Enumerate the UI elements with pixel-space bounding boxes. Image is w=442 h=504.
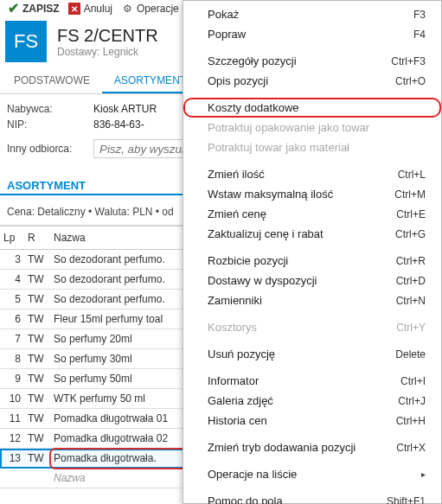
ctx-material: Potraktuj towar jako materiał <box>183 137 441 157</box>
cancel-button[interactable]: ✕ Anuluj <box>65 3 116 15</box>
save-button[interactable]: ✔ ZAPISZ <box>3 3 63 15</box>
save-label: ZAPISZ <box>22 3 60 15</box>
other-recv-label: Inny odbiorca: <box>7 143 93 155</box>
col-r[interactable]: R <box>24 226 50 250</box>
doc-subtitle: Dostawy: Legnick <box>57 46 158 58</box>
ctx-informator[interactable]: InformatorCtrl+I <box>183 371 441 391</box>
ctx-kosztorys: KosztorysCtrl+Y <box>183 317 441 337</box>
cancel-label: Anuluj <box>84 3 112 15</box>
ctx-aktual[interactable]: Zaktualizuj cenę i rabatCtrl+G <box>183 224 441 244</box>
ctx-historia[interactable]: Historia cenCtrl+H <box>183 411 441 431</box>
ctx-opis[interactable]: Opis pozycjiCtrl+O <box>183 71 441 91</box>
buyer-value[interactable]: Kiosk ARTUR <box>93 103 157 115</box>
nip-value: 836-84-63- <box>93 118 144 131</box>
ctx-tryb[interactable]: Zmień tryb dodawania pozycjiCtrl+X <box>183 437 441 457</box>
cancel-icon: ✕ <box>68 3 80 15</box>
ctx-ilosc[interactable]: Zmień ilośćCtrl+L <box>183 164 441 184</box>
ctx-pokaz[interactable]: PokażF3 <box>183 4 441 24</box>
ctx-rozbicie[interactable]: Rozbicie pozycjiCtrl+R <box>183 251 441 271</box>
operations-label: Operacje <box>137 3 179 15</box>
ctx-zamienniki[interactable]: ZamiennikiCtrl+N <box>183 290 441 310</box>
chevron-right-icon: ▸ <box>421 469 426 479</box>
ctx-opakowanie: Potraktuj opakowanie jako towar <box>183 118 441 137</box>
buyer-label: Nabywca: <box>7 103 93 115</box>
ctx-maks[interactable]: Wstaw maksymalną ilośćCtrl+M <box>183 184 441 204</box>
operations-button[interactable]: ⚙ Operacje <box>118 3 183 15</box>
ctx-dostawy[interactable]: Dostawy w dyspozycjiCtrl+D <box>183 271 441 290</box>
tab-basic[interactable]: PODSTAWOWE <box>2 69 102 93</box>
ctx-usun[interactable]: Usuń pozycjęDelete <box>183 344 441 364</box>
col-lp[interactable]: Lp <box>0 226 24 250</box>
ctx-galeria[interactable]: Galeria zdjęćCtrl+J <box>183 391 441 411</box>
nip-label: NIP: <box>7 118 93 131</box>
ctx-szczegoly[interactable]: Szczegóły pozycjiCtrl+F3 <box>183 51 441 71</box>
ctx-koszty-dodatkowe[interactable]: Koszty dodatkowe <box>183 98 441 118</box>
context-menu: PokażF3 PoprawF4 Szczegóły pozycjiCtrl+F… <box>183 0 442 504</box>
row-name: Pomadka długotrwała 02 <box>54 432 168 444</box>
doc-title: FS 2/CENTR <box>57 26 158 46</box>
ctx-popraw[interactable]: PoprawF4 <box>183 24 441 44</box>
ctx-pomoc[interactable]: Pomoc do polaShift+F1 <box>183 491 441 504</box>
doc-type-badge: FS <box>5 21 47 62</box>
gear-icon: ⚙ <box>121 3 133 15</box>
ctx-operacje-liscie[interactable]: Operacje na liście▸ <box>183 464 441 484</box>
ctx-cena[interactable]: Zmień cenęCtrl+E <box>183 204 441 224</box>
save-icon: ✔ <box>7 3 19 15</box>
